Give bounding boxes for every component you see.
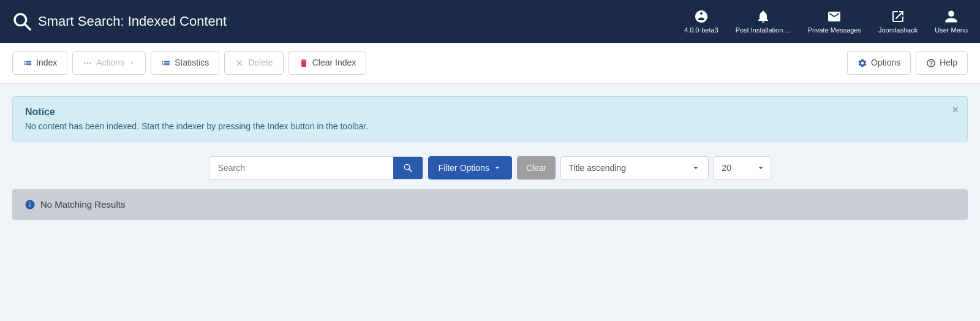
info-icon (24, 199, 36, 210)
clear-index-label: Clear Index (312, 57, 356, 69)
clear-filter-label: Clear (526, 163, 546, 173)
clear-filter-button[interactable]: Clear (517, 156, 556, 179)
sort-select-wrap: Title ascending Title descending Date as… (560, 156, 709, 179)
joomlashack-label: Joomlashack (878, 26, 918, 34)
options-button[interactable]: Options (847, 51, 911, 75)
notice-area: Notice No content has been indexed. Star… (0, 84, 980, 142)
search-icon (403, 163, 413, 173)
search-magnifier-icon (12, 12, 32, 31)
user-menu-nav-item[interactable]: User Menu (935, 9, 968, 34)
options-label: Options (871, 57, 900, 69)
svg-line-6 (409, 168, 411, 171)
help-icon (926, 58, 936, 68)
delete-button[interactable]: Delete (224, 51, 283, 75)
notice-close-button[interactable]: × (952, 104, 959, 115)
trash-icon (299, 58, 309, 68)
search-button[interactable] (393, 157, 423, 179)
index-icon (23, 58, 32, 68)
notice-box: Notice No content has been indexed. Star… (12, 96, 968, 142)
per-page-chevron-icon (751, 163, 771, 173)
statistics-icon (161, 58, 171, 68)
actions-button[interactable]: Actions (72, 51, 146, 75)
svg-point-3 (87, 62, 89, 64)
header-nav: 4.0.0-beta3 Post Installation ... Privat… (684, 9, 968, 34)
no-results-label: No Matching Results (40, 199, 125, 210)
clear-index-button[interactable]: Clear Index (288, 51, 367, 75)
private-messages-nav-item[interactable]: Private Messages (808, 9, 861, 34)
index-label: Index (36, 57, 57, 69)
no-results-bar: No Matching Results (12, 189, 968, 220)
statistics-button[interactable]: Statistics (151, 51, 219, 75)
joomla-nav-item[interactable]: 4.0.0-beta3 (684, 9, 718, 34)
toolbar-left-buttons: Index Actions Statistics Delete (12, 51, 366, 75)
delete-label: Delete (248, 57, 273, 69)
help-label: Help (940, 57, 957, 69)
external-link-icon (891, 9, 905, 24)
filter-chevron-down-icon (493, 164, 502, 172)
user-menu-label: User Menu (935, 26, 968, 34)
search-area: Filter Options Clear Title ascending Tit… (0, 142, 980, 189)
user-icon (944, 9, 959, 24)
private-messages-label: Private Messages (808, 26, 861, 34)
ellipsis-icon (83, 58, 92, 68)
results-area: No Matching Results (0, 189, 980, 232)
svg-point-2 (84, 62, 86, 64)
filter-options-label: Filter Options (439, 163, 489, 173)
index-button[interactable]: Index (12, 51, 67, 75)
svg-line-1 (24, 24, 30, 29)
notice-title: Notice (25, 107, 955, 118)
bell-icon (756, 9, 771, 24)
per-page-wrap: 5 10 15 20 25 50 100 (714, 156, 771, 179)
filter-options-button[interactable]: Filter Options (428, 156, 512, 179)
search-input-group (209, 156, 423, 179)
notice-text: No content has been indexed. Start the i… (25, 121, 955, 131)
toolbar-right-buttons: Options Help (847, 51, 968, 75)
joomlashack-nav-item[interactable]: Joomlashack (878, 9, 918, 34)
joomla-icon (694, 9, 709, 24)
search-input[interactable] (209, 157, 393, 179)
joomla-nav-label: 4.0.0-beta3 (684, 26, 718, 34)
gear-icon (858, 58, 867, 68)
statistics-label: Statistics (175, 57, 209, 69)
svg-point-4 (90, 62, 92, 64)
post-installation-label: Post Installation ... (736, 26, 791, 34)
page-title-text: Smart Search: Indexed Content (38, 13, 227, 29)
help-button[interactable]: Help (916, 51, 968, 75)
x-icon (235, 58, 244, 68)
per-page-select[interactable]: 5 10 15 20 25 50 100 (714, 157, 751, 179)
sort-select[interactable]: Title ascending Title descending Date as… (561, 157, 684, 179)
actions-label: Actions (96, 57, 124, 69)
page-title: Smart Search: Indexed Content (12, 12, 227, 31)
header: Smart Search: Indexed Content 4.0.0-beta… (0, 0, 980, 43)
sort-chevron-icon (684, 163, 708, 173)
envelope-icon (827, 9, 842, 24)
post-installation-nav-item[interactable]: Post Installation ... (736, 9, 791, 34)
toolbar: Index Actions Statistics Delete (0, 43, 980, 84)
chevron-down-icon (128, 59, 135, 67)
